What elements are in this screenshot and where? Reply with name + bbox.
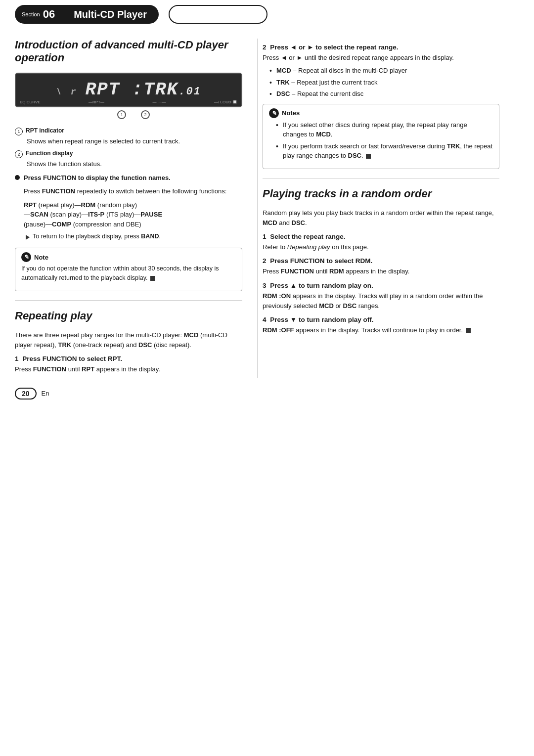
- press-function-body: Press FUNCTION repeatedly to switch betw…: [24, 186, 226, 196]
- rptrdm-line: RPT (repeat play)—RDM (random play) —SCA…: [24, 200, 226, 229]
- rpt-indicator-item: 1 RPT indicator Shows when repeat range …: [15, 127, 242, 146]
- display-box: \ r RPT :TRK.01 EQ CURVE —RPT— —·····— —…: [15, 73, 242, 107]
- label-rpt: —RPT—: [89, 100, 104, 104]
- press-function-content: Press FUNCTION to display the function n…: [24, 173, 226, 243]
- note-box: ✎ Note If you do not operate the functio…: [15, 248, 242, 291]
- function-display-label: 2 Function display: [15, 150, 242, 158]
- bullet-dsc: DSC – Repeat the current disc: [276, 89, 499, 99]
- intro-heading: Introduction of advanced multi-CD player…: [15, 39, 242, 65]
- content-area: Introduction of advanced multi-CD player…: [0, 24, 534, 378]
- notes-label: Notes: [282, 109, 300, 117]
- rand-step1-body: Refer to Repeating play on this page.: [263, 242, 499, 252]
- header: Section 06 Multi-CD Player: [0, 0, 534, 24]
- section-divider-2: [263, 178, 499, 178]
- step2-heading: 2 Press ◄ or ► to select the repeat rang…: [263, 44, 499, 51]
- repeating-intro: There are three repeat play ranges for t…: [15, 330, 242, 350]
- page-footer: 20 En: [0, 378, 534, 409]
- return-band-item: To return to the playback display, press…: [24, 233, 226, 240]
- note-item-1: If you select other discs during repeat …: [283, 120, 493, 139]
- rpt-indicator-body: Shows when repeat range is selected to c…: [15, 136, 242, 146]
- rand-step1-label: Select the repeat range.: [270, 233, 345, 240]
- rand-step2-number: 2: [263, 257, 267, 265]
- note-header: ✎ Note: [21, 252, 236, 262]
- bullet-mcd: MCD – Repeat all discs in the multi-CD p…: [276, 66, 499, 76]
- function-display-body: Shows the function status.: [15, 159, 242, 169]
- triangle-icon: [26, 235, 30, 240]
- circle-num-1: 1: [15, 128, 23, 135]
- header-title-box: Multi-CD Player: [62, 5, 159, 24]
- section-number: 06: [43, 8, 55, 21]
- rand-step3-number: 3: [263, 282, 267, 289]
- step2-label: Press ◄ or ► to select the repeat range.: [270, 44, 398, 51]
- random-intro: Random play lets you play back tracks in…: [263, 208, 499, 228]
- right-column: 2 Press ◄ or ► to select the repeat rang…: [257, 39, 499, 378]
- filled-bullet-icon: [15, 175, 20, 180]
- indicator-1: 1: [117, 110, 126, 119]
- notes-box: ✎ Notes If you select other discs during…: [263, 104, 499, 169]
- note-item-2: If you perform track search or fast forw…: [283, 141, 493, 161]
- rand-step2-label: Press FUNCTION to select RDM.: [270, 257, 372, 265]
- step2-number: 2: [263, 44, 267, 51]
- circle-num-2: 2: [15, 150, 23, 158]
- rand-step3-heading: 3 Press ▲ to turn random play on.: [263, 282, 499, 289]
- step1-label: Press FUNCTION to select RPT.: [22, 355, 122, 362]
- rand-step4-body: RDM :OFF appears in the display. Tracks …: [263, 325, 499, 335]
- rand-step3-body: RDM :ON appears in the display. Tracks w…: [263, 291, 499, 311]
- bullet-trk: TRK – Repeat just the current track: [276, 78, 499, 88]
- rand-step4-label: Press ▼ to turn random play off.: [270, 316, 373, 323]
- note-body: If you do not operate the function withi…: [21, 264, 236, 283]
- rand-step1-heading: 1 Select the repeat range.: [263, 233, 499, 240]
- rand-step1-number: 1: [263, 233, 267, 240]
- rand-step2-body: Press FUNCTION until RDM appears in the …: [263, 267, 499, 276]
- page-container: Section 06 Multi-CD Player Introduction …: [0, 0, 534, 756]
- header-title: Multi-CD Player: [74, 9, 147, 20]
- rand-step4-heading: 4 Press ▼ to turn random play off.: [263, 316, 499, 323]
- rpt-indicator-heading: RPT indicator: [26, 127, 64, 134]
- step1-body: Press FUNCTION until RPT appears in the …: [15, 364, 242, 374]
- rand-step2-heading: 2 Press FUNCTION to select RDM.: [263, 257, 499, 265]
- step2-body: Press ◄ or ► until the desired repeat ra…: [263, 53, 499, 63]
- section-badge: Section 06: [15, 5, 62, 24]
- function-display-heading: Function display: [26, 150, 73, 157]
- label-trk: —·····—: [153, 100, 166, 104]
- repeat-range-bullets: MCD – Repeat all discs in the multi-CD p…: [263, 66, 499, 99]
- rand-step3-label: Press ▲ to turn random play on.: [270, 282, 373, 289]
- repeating-heading: Repeating play: [15, 310, 242, 322]
- note-label: Note: [34, 254, 48, 261]
- notes-header: ✎ Notes: [269, 108, 493, 118]
- stop-icon-3: [466, 328, 471, 333]
- notes-icon: ✎: [269, 108, 279, 118]
- label-eq: EQ CURVE: [20, 100, 41, 104]
- stop-icon: [150, 276, 155, 281]
- display-small-labels: EQ CURVE —RPT— —·····— —/ LOUD 🔲: [20, 100, 237, 104]
- step1-heading: 1 Press FUNCTION to select RPT.: [15, 355, 242, 362]
- page-number: 20: [15, 388, 37, 400]
- press-function-heading: Press FUNCTION to display the function n…: [24, 173, 226, 183]
- footer-language: En: [42, 390, 49, 397]
- press-function-heading-bold: Press FUNCTION to display the function n…: [24, 174, 171, 181]
- left-column: Introduction of advanced multi-CD player…: [15, 39, 257, 378]
- display-text: \ r RPT :TRK.01: [56, 80, 201, 100]
- section-label: Section: [22, 11, 40, 17]
- random-heading: Playing tracks in a random order: [263, 187, 499, 200]
- header-right-box: [169, 5, 267, 24]
- rpt-indicator-label: 1 RPT indicator: [15, 127, 242, 135]
- display-indicators: 1 2: [15, 110, 242, 119]
- section-divider-1: [15, 300, 242, 301]
- step1-number: 1: [15, 355, 19, 362]
- indicator-2: 2: [141, 110, 150, 119]
- stop-icon-2: [366, 154, 371, 159]
- return-band-text: To return to the playback display, press…: [33, 233, 161, 240]
- press-function-item: Press FUNCTION to display the function n…: [15, 173, 242, 243]
- notes-list: If you select other discs during repeat …: [269, 120, 493, 161]
- rand-step4-number: 4: [263, 316, 267, 323]
- function-display-item: 2 Function display Shows the function st…: [15, 150, 242, 169]
- note-icon: ✎: [21, 252, 31, 262]
- label-loud: —/ LOUD 🔲: [214, 100, 237, 104]
